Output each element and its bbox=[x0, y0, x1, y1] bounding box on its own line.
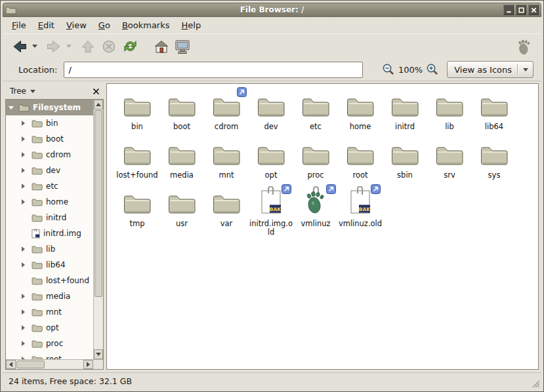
minimize-button[interactable] bbox=[503, 5, 514, 15]
tree-item[interactable]: proc bbox=[6, 336, 93, 351]
tree-item[interactable]: etc bbox=[6, 178, 93, 194]
back-button[interactable] bbox=[9, 37, 30, 56]
menu-help[interactable]: Help bbox=[176, 18, 207, 33]
zoom-level: 100% bbox=[398, 65, 423, 75]
tree-item[interactable]: initrd.img bbox=[6, 225, 93, 241]
expander-open-icon[interactable] bbox=[9, 106, 15, 109]
scroll-up-button[interactable] bbox=[94, 100, 103, 109]
file-icon-item[interactable]: BAK bbox=[249, 187, 293, 238]
file-icon-item[interactable]: BAK bbox=[249, 90, 293, 132]
expander-icon[interactable] bbox=[22, 199, 28, 205]
view-as-combo[interactable]: View as Icons bbox=[447, 61, 534, 78]
home-button[interactable] bbox=[151, 37, 172, 56]
maximize-icon bbox=[518, 7, 524, 13]
file-icon-item[interactable]: BAK bbox=[204, 139, 249, 180]
expander-icon[interactable] bbox=[22, 215, 28, 220]
file-icon-item[interactable]: BAK bbox=[293, 187, 338, 238]
zoom-in-button[interactable] bbox=[426, 63, 439, 76]
vertical-scroll-thumb[interactable] bbox=[94, 110, 102, 297]
folder-icon bbox=[435, 144, 464, 169]
menu-file[interactable]: File bbox=[6, 18, 32, 33]
back-history-dropdown[interactable] bbox=[30, 37, 39, 56]
file-icon-item[interactable]: BAK bbox=[159, 187, 204, 238]
file-icon-item[interactable]: BAK bbox=[427, 90, 472, 132]
file-icon-item[interactable]: BAK bbox=[293, 90, 338, 132]
expander-icon[interactable] bbox=[22, 184, 28, 189]
vertical-scroll-track[interactable] bbox=[94, 109, 103, 349]
resize-grip[interactable] bbox=[531, 379, 541, 389]
tree-pane: Filesystem bbox=[5, 99, 104, 370]
home-icon bbox=[153, 39, 170, 54]
close-side-pane-button[interactable] bbox=[89, 85, 102, 98]
file-icon-item[interactable]: BAK bbox=[472, 90, 516, 132]
file-icon-item[interactable]: BAK bbox=[159, 90, 204, 132]
file-icon-item[interactable]: BAK bbox=[204, 90, 249, 132]
file-label: initrd.img.old bbox=[249, 220, 293, 238]
tree-horizontal-scrollbar[interactable] bbox=[6, 359, 103, 369]
tree-item[interactable]: boot bbox=[6, 131, 93, 147]
tree-item[interactable]: lib64 bbox=[6, 257, 93, 273]
horizontal-scroll-thumb[interactable] bbox=[16, 361, 45, 368]
tree-item[interactable]: bin bbox=[6, 115, 93, 131]
file-icon-item[interactable]: BAK bbox=[383, 139, 427, 180]
tree-item[interactable]: media bbox=[6, 288, 93, 304]
file-icon-item[interactable]: BAK bbox=[115, 90, 159, 132]
file-icon-item[interactable]: BAK bbox=[159, 139, 204, 180]
tree-vertical-scrollbar[interactable] bbox=[93, 100, 103, 359]
expander-icon[interactable] bbox=[22, 262, 28, 267]
scroll-right-button[interactable] bbox=[83, 360, 93, 369]
file-icon-item[interactable]: BAK bbox=[115, 139, 159, 180]
expander-icon[interactable] bbox=[22, 294, 28, 299]
tree-item[interactable]: opt bbox=[6, 320, 93, 336]
location-input[interactable] bbox=[64, 62, 363, 78]
zoom-out-button[interactable] bbox=[382, 63, 395, 76]
tree-item[interactable]: lib bbox=[6, 241, 93, 257]
file-icon-item[interactable]: BAK bbox=[293, 139, 338, 180]
tree-item[interactable]: home bbox=[6, 194, 93, 210]
stop-button[interactable] bbox=[98, 37, 119, 56]
scroll-left-button[interactable] bbox=[6, 360, 16, 369]
tree-item[interactable]: initrd bbox=[6, 210, 93, 225]
tree-item[interactable]: cdrom bbox=[6, 147, 93, 163]
expander-icon[interactable] bbox=[22, 309, 28, 315]
expander-icon[interactable] bbox=[22, 325, 28, 330]
scroll-down-button[interactable] bbox=[94, 349, 103, 359]
expander-icon[interactable] bbox=[22, 121, 28, 126]
menu-view[interactable]: View bbox=[60, 18, 93, 33]
expander-icon[interactable] bbox=[22, 168, 28, 173]
close-button[interactable] bbox=[528, 5, 539, 15]
file-icon-item[interactable]: BAK bbox=[472, 139, 516, 180]
menu-bookmarks[interactable]: Bookmarks bbox=[116, 18, 176, 33]
menu-edit[interactable]: Edit bbox=[32, 18, 60, 33]
expander-icon[interactable] bbox=[22, 152, 28, 157]
file-icon-item[interactable]: BAK bbox=[338, 90, 383, 132]
expander-icon[interactable] bbox=[22, 231, 28, 236]
side-pane-selector[interactable]: Tree bbox=[10, 87, 35, 96]
tree-item-filesystem[interactable]: Filesystem bbox=[6, 100, 93, 115]
computer-button[interactable] bbox=[172, 37, 193, 56]
tree-item[interactable]: mnt bbox=[6, 304, 93, 320]
forward-button[interactable] bbox=[43, 37, 64, 56]
file-icon-item[interactable]: BAK bbox=[338, 187, 383, 238]
expander-icon[interactable] bbox=[22, 246, 28, 252]
reload-button[interactable] bbox=[119, 37, 140, 56]
expander-icon[interactable] bbox=[22, 278, 28, 283]
forward-history-dropdown[interactable] bbox=[64, 37, 73, 56]
up-button[interactable] bbox=[77, 37, 98, 56]
titlebar[interactable]: File Browser: / bbox=[3, 3, 541, 17]
file-icon-item[interactable]: BAK bbox=[249, 139, 293, 180]
expander-icon[interactable] bbox=[22, 341, 28, 346]
tree-item[interactable]: lost+found bbox=[6, 273, 93, 288]
file-icon-item[interactable]: BAK bbox=[115, 187, 159, 238]
file-icon-item[interactable]: BAK bbox=[338, 139, 383, 180]
file-icon-item[interactable]: BAK bbox=[204, 187, 249, 238]
file-icon-item[interactable]: BAK bbox=[383, 90, 427, 132]
tree-item[interactable]: root bbox=[6, 351, 93, 359]
expander-icon[interactable] bbox=[22, 136, 28, 142]
file-icon-item[interactable]: BAK bbox=[427, 139, 472, 180]
horizontal-scroll-track[interactable] bbox=[16, 360, 83, 369]
tree-item[interactable]: dev bbox=[6, 163, 93, 178]
maximize-button[interactable] bbox=[516, 5, 526, 15]
menu-go[interactable]: Go bbox=[93, 18, 116, 33]
file-label: lib bbox=[445, 123, 454, 132]
